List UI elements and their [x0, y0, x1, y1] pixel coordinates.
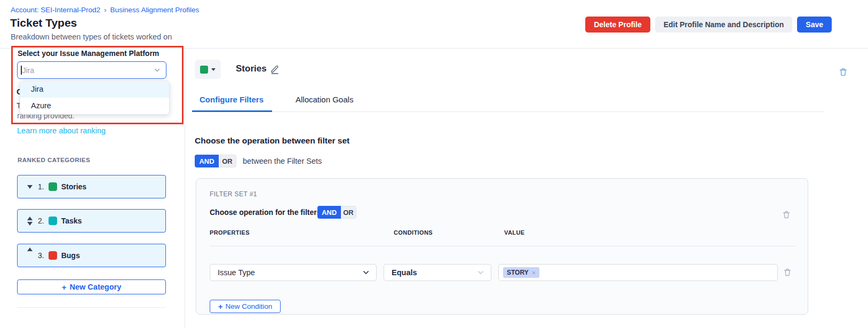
category-card-tasks[interactable]: 2. Tasks [17, 209, 166, 233]
category-rank: 3. [38, 251, 44, 260]
category-card-stories[interactable]: 1. Stories [17, 175, 166, 198]
category-rank: 1. [38, 182, 44, 191]
sort-down-icon[interactable] [27, 185, 33, 189]
header-actions: Delete Profile Edit Profile Name and Des… [585, 17, 832, 33]
new-category-label: New Category [70, 283, 122, 291]
text-cursor [21, 66, 22, 75]
category-label: Tasks [61, 217, 82, 225]
header-divider [0, 48, 868, 49]
sort-up-icon[interactable] [27, 217, 33, 220]
filter-sets-and-or-toggle: AND OR [195, 155, 236, 167]
filter-row-divider [210, 246, 795, 246]
operation-suffix-text: between the Filter Sets [243, 157, 322, 165]
breadcrumb-account-link[interactable]: Account: SEI-Internal-Prod2 [11, 6, 100, 14]
platform-select-input[interactable]: Jira [17, 61, 166, 79]
operation-heading: Choose the operation between filter set [195, 136, 349, 146]
column-header-value: VALUE [504, 229, 524, 236]
remove-tag-icon[interactable]: × [532, 269, 536, 277]
category-label: Stories [61, 182, 86, 191]
filters-and-or-toggle: AND OR [317, 206, 356, 219]
active-tab-underline [192, 110, 272, 112]
column-header-conditions: CONDITIONS [394, 229, 433, 236]
new-condition-label: New Condition [225, 302, 272, 310]
caret-down-icon [211, 68, 216, 71]
category-title: Stories [236, 63, 267, 74]
value-tag-label: STORY [507, 269, 529, 276]
tab-allocation-goals[interactable]: Allocation Goals [296, 95, 353, 104]
category-color-picker[interactable] [195, 60, 221, 79]
tabs-bottom-border [192, 111, 824, 112]
filters-operation-label: Choose operation for the filters [210, 208, 321, 217]
sort-handle[interactable] [25, 217, 35, 226]
page-subtitle: Breakdown between types of tickets worke… [11, 33, 172, 41]
condition-select-value: Equals [392, 268, 417, 277]
dropdown-option-jira[interactable]: Jira [20, 81, 169, 98]
delete-profile-button[interactable]: Delete Profile [585, 17, 650, 33]
category-color-dot [49, 182, 57, 191]
condition-select[interactable]: Equals [384, 264, 491, 281]
category-color-dot [49, 251, 57, 260]
delete-filter-set-button[interactable] [782, 210, 791, 219]
value-multiselect-input[interactable]: STORY × [498, 264, 778, 281]
category-label: Bugs [61, 251, 80, 260]
delete-category-button[interactable] [839, 67, 848, 77]
dropdown-option-azure[interactable]: Azure [20, 98, 169, 114]
plus-icon: + [218, 302, 223, 310]
chevron-down-icon [362, 269, 370, 276]
category-rank: 2. [38, 217, 44, 225]
chevron-down-icon [477, 269, 484, 276]
delete-condition-button[interactable] [783, 268, 792, 277]
new-condition-button[interactable]: + New Condition [210, 300, 281, 313]
platform-dropdown-menu: Jira Azure [20, 81, 170, 115]
category-color-swatch [200, 66, 208, 74]
or-toggle-option[interactable]: OR [219, 155, 236, 167]
breadcrumb-profiles-link[interactable]: Business Alignment Profiles [110, 6, 200, 14]
edit-profile-button[interactable]: Edit Profile Name and Description [655, 17, 793, 33]
sort-up-icon[interactable] [27, 247, 33, 251]
sidebar-bottom-divider [17, 307, 166, 308]
sidebar-divider [185, 49, 185, 328]
filter-set-card: FILTER SET #1 Choose operation for the f… [196, 178, 808, 315]
and-toggle-option[interactable]: AND [317, 206, 341, 219]
page-title: Ticket Types [10, 17, 77, 29]
property-select-value: Issue Type [218, 268, 255, 277]
sort-down-icon[interactable] [27, 222, 33, 226]
chevron-down-icon [154, 67, 161, 74]
learn-more-ranking-link[interactable]: Learn more about ranking [17, 126, 106, 135]
ranked-categories-heading: RANKED CATEGORIES [18, 157, 90, 163]
category-card-bugs[interactable]: 3. Bugs [17, 244, 166, 267]
platform-select-label: Select your Issue Management Platform [18, 49, 159, 58]
new-category-button[interactable]: + New Category [17, 279, 166, 294]
category-color-dot [49, 217, 57, 225]
and-toggle-option[interactable]: AND [195, 155, 219, 167]
save-button[interactable]: Save [797, 17, 832, 33]
plus-icon: + [62, 283, 67, 291]
filter-set-title: FILTER SET #1 [210, 190, 257, 198]
breadcrumb: Account: SEI-Internal-Prod2›Business Ali… [11, 6, 199, 14]
column-header-properties: PROPERTIES [210, 229, 250, 236]
sort-handle[interactable] [25, 185, 35, 189]
sort-handle[interactable] [25, 247, 35, 251]
edit-icon[interactable] [269, 64, 280, 75]
property-select[interactable]: Issue Type [210, 264, 377, 281]
platform-placeholder: Jira [22, 66, 35, 75]
or-toggle-option[interactable]: OR [341, 206, 356, 219]
breadcrumb-separator-icon: › [104, 6, 107, 14]
tab-configure-filters[interactable]: Configure Filters [200, 95, 264, 104]
value-tag-story: STORY × [503, 267, 539, 278]
